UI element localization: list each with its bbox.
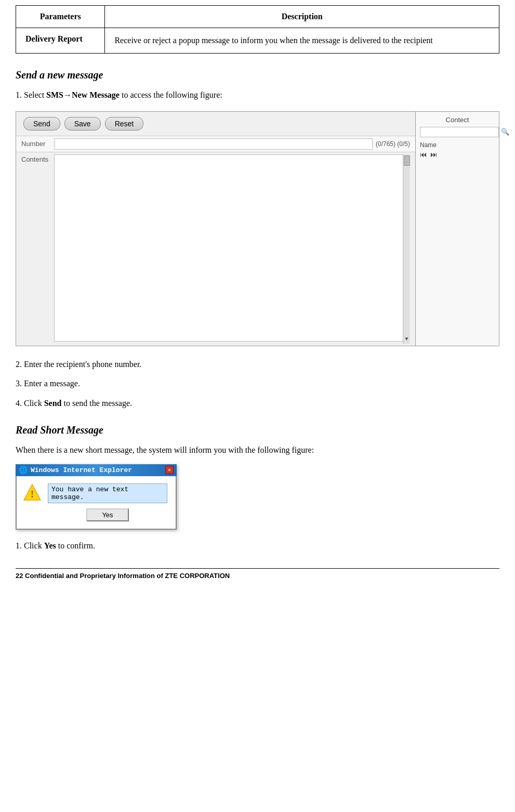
- sms-scroll-down-arrow: ▼: [404, 335, 410, 343]
- ie-close-button[interactable]: ✕: [165, 466, 174, 474]
- step1-bold: SMS→New Message: [46, 90, 120, 99]
- sms-contents-textarea[interactable]: [54, 154, 410, 342]
- sms-mockup: Send Save Reset Number (0/765) (0/5) Con…: [16, 111, 499, 346]
- read-message-intro: When there is a new short message, the s…: [16, 443, 499, 457]
- col-description-header: Description: [105, 6, 499, 28]
- page-wrapper: Parameters Description Delivery Report R…: [0, 0, 515, 812]
- step4-prefix: 4. Click: [16, 399, 44, 408]
- read-step1-suffix: to confirm.: [56, 541, 95, 550]
- svg-text:!: !: [31, 489, 34, 500]
- footer-text: 22 Confidential and Proprietary Informat…: [16, 572, 230, 580]
- sms-textarea-wrapper: ▼: [54, 154, 410, 344]
- contact-title: Contect: [420, 116, 495, 124]
- contact-prev-button[interactable]: ⏮: [420, 151, 427, 159]
- ie-message-col: You have a new text message. Yes: [48, 483, 167, 521]
- sms-contact-panel: Contect 🔍 Name ⏮ ⏭: [416, 112, 499, 346]
- sms-counter: (0/765) (0/5): [376, 140, 410, 148]
- step3-para: 3. Enter a message.: [16, 377, 499, 390]
- step4-bold: Send: [44, 399, 62, 408]
- step4-suffix: to send the message.: [61, 399, 132, 408]
- contact-name-header: Name: [420, 141, 495, 149]
- contact-next-button[interactable]: ⏭: [430, 151, 438, 159]
- step1-text-suffix: to access the following figure:: [120, 90, 222, 99]
- step4-para: 4. Click Send to send the message.: [16, 397, 499, 410]
- read-step1-prefix: 1. Click: [16, 541, 44, 550]
- read-step1-bold: Yes: [44, 541, 56, 550]
- sms-toolbar: Send Save Reset: [16, 112, 415, 136]
- ie-titlebar-title: 🌐 Windows Internet Explorer: [19, 466, 132, 475]
- contact-search-input[interactable]: [420, 127, 499, 137]
- search-icon: 🔍: [501, 128, 509, 136]
- sms-scrollbar-bottom: ▼: [404, 335, 410, 343]
- step2-para: 2. Enter the recipient's phone number.: [16, 358, 499, 371]
- read-step1-para: 1. Click Yes to confirm.: [16, 539, 499, 553]
- warning-icon: !: [23, 483, 42, 502]
- send-message-heading: Send a new message: [16, 69, 499, 81]
- ie-yes-button[interactable]: Yes: [86, 508, 128, 521]
- contact-search-row: 🔍: [420, 127, 495, 137]
- ie-title-text: Windows Internet Explorer: [31, 466, 132, 474]
- col-parameters-header: Parameters: [16, 6, 105, 28]
- footer: 22 Confidential and Proprietary Informat…: [16, 568, 499, 580]
- read-message-heading: Read Short Message: [16, 424, 499, 436]
- sms-number-input[interactable]: [54, 138, 373, 150]
- sms-save-button[interactable]: Save: [64, 117, 101, 130]
- sms-number-row: Number (0/765) (0/5): [16, 136, 415, 152]
- sms-contents-row: Contents ▼: [16, 152, 415, 346]
- step1-text-prefix: 1. Select: [16, 90, 46, 99]
- parameters-table: Parameters Description Delivery Report R…: [16, 5, 499, 54]
- sms-number-label: Number: [21, 140, 50, 148]
- ie-titlebar: 🌐 Windows Internet Explorer ✕: [16, 464, 177, 476]
- sms-reset-button[interactable]: Reset: [105, 117, 144, 130]
- param-name-cell: Delivery Report: [16, 28, 105, 54]
- sms-contents-label: Contents: [21, 154, 50, 344]
- param-desc-cell: Receive or reject a popup message to inf…: [105, 28, 499, 54]
- table-row: Delivery Report Receive or reject a popu…: [16, 28, 499, 54]
- sms-scrollbar[interactable]: ▼: [403, 154, 410, 344]
- ie-dialog: 🌐 Windows Internet Explorer ✕ ! You have…: [16, 464, 177, 530]
- contact-nav-row: ⏮ ⏭: [420, 151, 495, 159]
- sms-scrollbar-thumb[interactable]: [404, 155, 410, 166]
- ie-titlebar-icon: 🌐: [19, 466, 28, 475]
- ie-body: ! You have a new text message. Yes: [16, 476, 177, 530]
- sms-send-button[interactable]: Send: [23, 117, 60, 130]
- ie-message-text: You have a new text message.: [48, 483, 167, 503]
- step1-para: 1. Select SMS→New Message to access the …: [16, 88, 499, 102]
- sms-main-panel: Send Save Reset Number (0/765) (0/5) Con…: [16, 112, 416, 346]
